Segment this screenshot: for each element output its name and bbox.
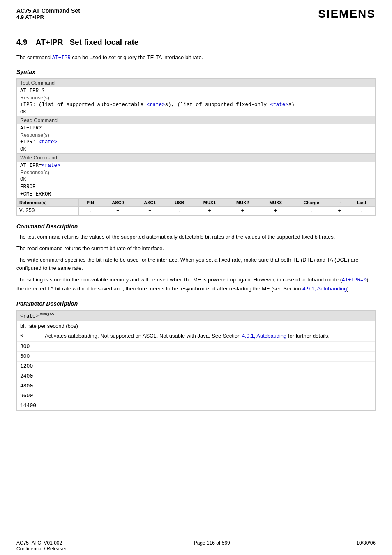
ref-val-mux2: ± [226, 206, 259, 215]
param-val-14400: 14400 [17, 401, 375, 410]
footer-date: 10/30/06 [356, 540, 376, 552]
param-val-4800: 4800 [17, 381, 375, 391]
ref-col-mux2: MUX2 [226, 198, 259, 206]
ref-col-arrow: → [331, 198, 348, 206]
section-number: 4.9 [16, 38, 27, 46]
ref-col-pin: PIN [78, 198, 102, 206]
param-val-600-num: 600 [20, 353, 45, 359]
read-cmd-response-ok: OK [17, 146, 375, 153]
section-cmd: AT+IPR [36, 38, 63, 46]
ref-col-last: Last [348, 198, 375, 206]
param-name: <rate> [20, 313, 39, 319]
param-val-0-num: 0 [20, 332, 45, 340]
param-table: <rate>(num)(&V) bit rate per second (bps… [16, 310, 376, 411]
param-val-300: 300 [17, 342, 375, 352]
intro-cmd: AT+IPR [52, 55, 71, 61]
param-val-14400-num: 14400 [20, 403, 45, 409]
section-heading: 4.9 AT+IPR Set fixed local rate [16, 38, 376, 47]
param-val-1200-num: 1200 [20, 363, 45, 369]
read-cmd-header: Read Command [17, 116, 375, 124]
write-cmd-code: AT+IPR=<rate> [17, 162, 375, 169]
ref-table: Reference(s) PIN ASC0 ASC1 USB MUX1 MUX2… [17, 198, 375, 215]
test-cmd-code: AT+IPR=? [17, 87, 375, 94]
brand-logo: SIEMENS [318, 7, 376, 21]
ref-val-asc1: ± [134, 206, 166, 215]
ref-table-header: Reference(s) PIN ASC0 ASC1 USB MUX1 MUX2… [17, 198, 375, 206]
cmd-desc-para3: The write command specifies the bit rate… [16, 256, 376, 272]
ref-val-name: V.250 [17, 206, 79, 215]
inline-cmd-ref: AT+IPR=0 [342, 277, 367, 283]
test-command-section: Test Command AT+IPR=? Response(s) +IPR: … [17, 79, 375, 116]
write-cmd-response-ok: OK [17, 176, 375, 183]
ref-val-usb: - [166, 206, 193, 215]
ref-table-row-v250: V.250 - + ± - ± ± ± - + - [17, 206, 375, 215]
write-command-section: Write Command AT+IPR=<rate> Response(s) … [17, 154, 375, 198]
doc-subtitle: 4.9 AT+IPR [16, 14, 80, 20]
ref-val-charge: - [292, 206, 331, 215]
reference-section: Reference(s) PIN ASC0 ASC1 USB MUX1 MUX2… [17, 198, 375, 215]
footer-confidentiality: Confidential / Released [16, 546, 67, 552]
header-right: SIEMENS [318, 7, 376, 21]
test-cmd-response-line1: +IPR: (list of supported auto-detectable… [17, 101, 375, 108]
ref-col-mux3: MUX3 [259, 198, 292, 206]
intro-pre: The command [16, 54, 52, 60]
cmd-desc-para2: The read command returns the current bit… [16, 244, 376, 253]
param-val-0: 0 Activates autobauding. Not supported o… [17, 330, 375, 342]
ref-col-usb: USB [166, 198, 193, 206]
ref-val-arrow: + [331, 206, 348, 215]
header-left: AC75 AT Command Set 4.9 AT+IPR [16, 7, 80, 20]
param-desc-title: Parameter Description [16, 300, 376, 307]
param-val-0-desc: Activates autobauding. Not supported on … [45, 332, 330, 340]
cmd-desc-title: Command Description [16, 223, 376, 230]
ref-col-asc0: ASC0 [102, 198, 134, 206]
param-val-9600: 9600 [17, 391, 375, 401]
ref-val-mux3: ± [259, 206, 292, 215]
ref-val-pin: - [78, 206, 102, 215]
footer-page-number: Page 116 of 569 [194, 540, 230, 552]
read-cmd-response-line1: +IPR: <rate> [17, 138, 375, 146]
page-content: 4.9 AT+IPR Set fixed local rate The comm… [0, 25, 392, 450]
read-command-section: Read Command AT+IPR? Response(s) +IPR: <… [17, 116, 375, 154]
write-cmd-response-label: Response(s) [17, 169, 375, 176]
cmd-desc-para4: The setting is stored in the non-volatil… [16, 276, 376, 293]
ref-val-last: - [348, 206, 375, 215]
doc-title: AC75 AT Command Set [16, 7, 80, 14]
footer-left: AC75_ATC_V01.002 Confidential / Released [16, 540, 67, 552]
syntax-label: Syntax [16, 69, 376, 75]
test-cmd-response-ok: OK [17, 108, 375, 116]
ref-col-name: Reference(s) [17, 198, 79, 206]
ref-val-asc0: + [102, 206, 134, 215]
param-val-0-link[interactable]: 4.9.1, Autobauding [242, 333, 286, 339]
param-val-2400: 2400 [17, 371, 375, 381]
param-val-4800-num: 4800 [20, 383, 45, 389]
ref-col-asc1: ASC1 [134, 198, 166, 206]
test-cmd-response-label: Response(s) [17, 94, 375, 101]
param-header-row: <rate>(num)(&V) [17, 311, 375, 321]
param-type: (num)(&V) [39, 312, 56, 316]
read-cmd-code: AT+IPR? [17, 124, 375, 132]
write-cmd-response-error: ERROR [17, 183, 375, 191]
param-val-1200: 1200 [17, 362, 375, 371]
ref-val-mux1: ± [193, 206, 226, 215]
page-footer: AC75_ATC_V01.002 Confidential / Released… [0, 537, 392, 555]
page-header: AC75 AT Command Set 4.9 AT+IPR SIEMENS [0, 0, 392, 25]
write-cmd-header: Write Command [17, 154, 375, 162]
command-table: Test Command AT+IPR=? Response(s) +IPR: … [16, 78, 376, 216]
read-cmd-response-label: Response(s) [17, 132, 375, 138]
section-subtitle: Set fixed local rate [69, 38, 138, 46]
write-cmd-response-cme: +CME ERROR [17, 191, 375, 198]
section-link-autobauding[interactable]: 4.9.1, Autobauding [302, 286, 347, 292]
intro-post: can be used to set or query the TE-TA in… [71, 54, 203, 60]
param-label-row: bit rate per second (bps) [17, 321, 375, 330]
test-cmd-header: Test Command [17, 79, 375, 87]
footer-doc-version: AC75_ATC_V01.002 [16, 540, 67, 546]
param-val-300-num: 300 [20, 343, 45, 350]
ref-col-mux1: MUX1 [193, 198, 226, 206]
ref-col-charge: Charge [292, 198, 331, 206]
param-val-2400-num: 2400 [20, 373, 45, 379]
param-val-600: 600 [17, 352, 375, 362]
cmd-desc-para1: The test command returns the values of t… [16, 233, 376, 241]
section-intro: The command AT+IPR can be used to set or… [16, 53, 376, 62]
param-val-9600-num: 9600 [20, 393, 45, 399]
